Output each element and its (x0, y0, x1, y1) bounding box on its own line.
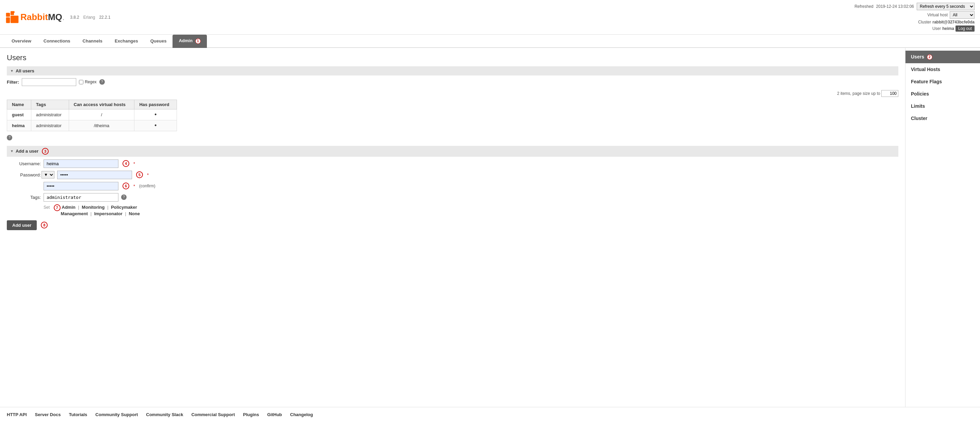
erlang-label: Erlang (83, 15, 95, 20)
password-label-area: Password: ▼ (7, 171, 54, 178)
sidebar-item-feature-flags[interactable]: Feature Flags (905, 75, 980, 88)
circle-5: 5 (136, 171, 143, 178)
tag-monitoring[interactable]: Monitoring (82, 205, 105, 210)
sidebar-item-policies[interactable]: Policies (905, 88, 980, 100)
nav-item-admin[interactable]: Admin 1 (172, 35, 207, 48)
add-user-btn-row: Add user 8 (7, 220, 898, 230)
logo-area: RabbitMQ. 3.8.2 Erlang 22.2.1 (5, 11, 111, 24)
col-tags: Tags (31, 100, 69, 109)
footer-community-slack[interactable]: Community Slack (146, 412, 183, 417)
footer-community-support[interactable]: Community Support (95, 412, 138, 417)
vhost-label: Virtual host (927, 13, 948, 17)
add-user-section: ▼ Add a user 3 Username: 4 * Password: ▼ (7, 146, 898, 230)
tags-help-icon[interactable]: ? (121, 194, 127, 200)
vhost-select[interactable]: All / /itheima (950, 11, 975, 19)
refreshed-label: Refreshed (854, 4, 873, 9)
refresh-row: Refreshed 2019-12-24 13:02:06 Refresh ev… (854, 3, 975, 10)
refresh-select[interactable]: Refresh every 5 seconds Refresh every 10… (917, 3, 975, 10)
footer-server-docs[interactable]: Server Docs (35, 412, 61, 417)
tags-input[interactable] (43, 193, 118, 202)
filter-label: Filter: (7, 79, 19, 85)
header-right: Refreshed 2019-12-24 13:02:06 Refresh ev… (854, 3, 975, 32)
col-vhosts: Can access virtual hosts (69, 100, 134, 109)
username-required: * (134, 161, 135, 166)
nav-item-exchanges[interactable]: Exchanges (108, 35, 144, 48)
svg-rect-0 (6, 13, 10, 17)
refreshed-time: 2019-12-24 13:02:06 (876, 4, 914, 9)
sidebar-item-cluster[interactable]: Cluster (905, 112, 980, 124)
password-required: * (147, 172, 149, 178)
confirm-required: * (134, 184, 135, 189)
cell-password: • (134, 109, 177, 120)
sidebar-users-badge: 2 (927, 54, 932, 60)
sidebar-item-virtual-hosts[interactable]: Virtual Hosts (905, 63, 980, 75)
cell-tags: administrator (31, 109, 69, 120)
footer-commercial-support[interactable]: Commercial Support (191, 412, 235, 417)
tag-management[interactable]: Management (61, 211, 88, 216)
tag-admin[interactable]: Admin (62, 205, 75, 210)
filter-help-icon[interactable]: ? (99, 79, 105, 85)
username-input[interactable] (43, 159, 118, 168)
version-number: 3.8.2 (70, 15, 79, 20)
pagesize-row: 2 items, page size up to (7, 90, 898, 97)
regex-checkbox-label[interactable]: Regex (79, 79, 97, 84)
users-table: Name Tags Can access virtual hosts Has p… (7, 100, 177, 131)
pagesize-input[interactable] (881, 90, 898, 97)
tags-row: Tags: ? (7, 193, 898, 202)
add-user-button[interactable]: Add user (7, 220, 37, 230)
svg-rect-3 (11, 16, 18, 23)
tag-none[interactable]: None (129, 211, 140, 216)
all-users-label: All users (16, 68, 34, 73)
username-row: Username: 4 * (7, 159, 898, 168)
password-label: Password: (7, 172, 41, 178)
col-password: Has password (134, 100, 177, 109)
password-type-select[interactable]: ▼ (41, 171, 54, 178)
sidebar-item-limits[interactable]: Limits (905, 100, 980, 112)
circle-7: 7 (54, 204, 60, 211)
tags-label: Tags: (7, 195, 41, 200)
table-help-icon[interactable]: ? (7, 135, 12, 140)
vhost-row: Virtual host All / /itheima (927, 11, 975, 19)
footer-http-api[interactable]: HTTP API (7, 412, 27, 417)
cell-name[interactable]: guest (7, 109, 31, 120)
all-users-section-header[interactable]: ▼ All users (7, 66, 898, 75)
tag-links: Set 7 Admin | Monitoring | Policymaker M… (43, 204, 898, 216)
password-input[interactable] (57, 171, 132, 179)
nav-item-queues[interactable]: Queues (144, 35, 173, 48)
logout-button[interactable]: Log out (956, 25, 975, 32)
cluster-label: Cluster (918, 20, 931, 24)
sidebar-item-users[interactable]: Users 2 (905, 51, 980, 63)
erlang-version: 22.2.1 (99, 15, 110, 20)
page-title: Users (7, 53, 898, 62)
footer-tutorials[interactable]: Tutorials (69, 412, 87, 417)
logo-text: RabbitMQ. (21, 12, 65, 22)
svg-rect-1 (11, 11, 14, 15)
tag-impersonator[interactable]: Impersonator (94, 211, 123, 216)
circle-3: 3 (42, 148, 49, 155)
circle-8: 8 (41, 222, 48, 229)
footer-github[interactable]: GitHub (267, 412, 282, 417)
cell-name[interactable]: heima (7, 120, 31, 131)
tag-policymaker[interactable]: Policymaker (111, 205, 137, 210)
footer-changelog[interactable]: Changelog (290, 412, 313, 417)
set-label: Set (43, 205, 50, 210)
add-user-section-header[interactable]: ▼ Add a user 3 (7, 146, 898, 157)
nav-admin-badge: 1 (195, 38, 201, 44)
filter-input[interactable] (22, 78, 76, 86)
footer-plugins[interactable]: Plugins (243, 412, 259, 417)
svg-rect-2 (6, 17, 10, 23)
version-info: 3.8.2 Erlang 22.2.1 (70, 15, 111, 20)
nav-item-connections[interactable]: Connections (37, 35, 76, 48)
main-content: Users ▼ All users Filter: Regex ? 2 item… (0, 48, 980, 407)
nav-item-overview[interactable]: Overview (5, 35, 37, 48)
cell-vhosts: /itheima (69, 120, 134, 131)
user-value: heima (942, 26, 954, 31)
password-confirm-input[interactable] (43, 182, 118, 190)
password-row: Password: ▼ 5 * (7, 171, 898, 179)
sidebar: Users 2 Virtual Hosts Feature Flags Poli… (905, 48, 980, 407)
circle-4: 4 (123, 160, 129, 167)
footer: HTTP API Server Docs Tutorials Community… (0, 407, 980, 422)
regex-checkbox[interactable] (79, 80, 83, 84)
nav-item-channels[interactable]: Channels (76, 35, 109, 48)
confirm-label: (confirm) (139, 184, 155, 188)
